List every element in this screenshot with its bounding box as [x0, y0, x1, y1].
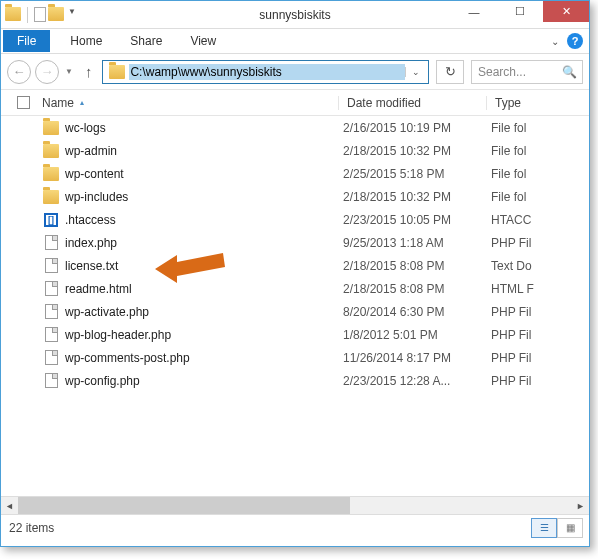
file-date: 2/18/2015 8:08 PM	[343, 282, 491, 296]
file-date: 1/8/2012 5:01 PM	[343, 328, 491, 342]
help-icon[interactable]: ?	[567, 33, 583, 49]
file-name: wp-activate.php	[65, 305, 343, 319]
window-icon[interactable]	[5, 7, 21, 21]
file-date: 11/26/2014 8:17 PM	[343, 351, 491, 365]
file-type: PHP Fil	[491, 351, 531, 365]
file-icon	[45, 281, 58, 296]
search-input[interactable]: Search... 🔍	[471, 60, 583, 84]
file-name: readme.html	[65, 282, 343, 296]
file-list: wc-logs2/16/2015 10:19 PMFile folwp-admi…	[1, 116, 589, 496]
column-name[interactable]: Name▴	[42, 96, 338, 110]
folder-icon	[43, 190, 59, 204]
file-name: index.php	[65, 236, 343, 250]
file-date: 2/16/2015 10:19 PM	[343, 121, 491, 135]
file-icon	[45, 258, 58, 273]
file-name: wp-comments-post.php	[65, 351, 343, 365]
scroll-thumb[interactable]	[18, 497, 350, 514]
tab-home[interactable]: Home	[56, 30, 116, 52]
ribbon-expand-icon[interactable]: ⌄	[551, 36, 559, 47]
table-row[interactable]: index.php9/25/2013 1:18 AMPHP Fil	[1, 231, 589, 254]
minimize-button[interactable]: —	[451, 1, 497, 22]
tab-file[interactable]: File	[3, 30, 50, 52]
file-date: 2/18/2015 10:32 PM	[343, 144, 491, 158]
file-type: PHP Fil	[491, 236, 531, 250]
file-date: 2/25/2015 5:18 PM	[343, 167, 491, 181]
window-title: sunnysbiskits	[259, 8, 330, 22]
up-button[interactable]: ↑	[79, 63, 99, 80]
ribbon: File Home Share View ⌄ ?	[1, 29, 589, 54]
table-row[interactable]: wp-config.php2/23/2015 12:28 A...PHP Fil	[1, 369, 589, 392]
table-row[interactable]: readme.html2/18/2015 8:08 PMHTML F	[1, 277, 589, 300]
folder-icon	[43, 121, 59, 135]
sort-indicator-icon: ▴	[80, 98, 84, 107]
qat-newfolder-icon[interactable]	[48, 7, 64, 21]
qat-dropdown-icon[interactable]: ▼	[68, 7, 76, 23]
file-date: 2/18/2015 10:32 PM	[343, 190, 491, 204]
address-bar[interactable]: ⌄	[102, 60, 429, 84]
forward-button[interactable]: →	[35, 60, 59, 84]
details-view-button[interactable]: ☰	[531, 518, 557, 538]
address-dropdown-icon[interactable]: ⌄	[405, 67, 426, 77]
file-name: wp-includes	[65, 190, 343, 204]
file-date: 2/23/2015 12:28 A...	[343, 374, 491, 388]
file-type: File fol	[491, 190, 526, 204]
column-type[interactable]: Type	[486, 96, 589, 110]
file-date: 8/20/2014 6:30 PM	[343, 305, 491, 319]
status-bar: 22 items ☰ ▦	[1, 514, 589, 540]
file-name: wp-admin	[65, 144, 343, 158]
folder-icon	[43, 144, 59, 158]
address-folder-icon	[109, 65, 125, 79]
file-type: Text Do	[491, 259, 532, 273]
table-row[interactable]: license.txt2/18/2015 8:08 PMText Do	[1, 254, 589, 277]
close-button[interactable]: ✕	[543, 1, 589, 22]
file-type: PHP Fil	[491, 305, 531, 319]
scroll-left-icon[interactable]: ◄	[1, 497, 18, 514]
history-dropdown-icon[interactable]: ▼	[65, 67, 73, 76]
back-button[interactable]: ←	[7, 60, 31, 84]
column-date[interactable]: Date modified	[338, 96, 486, 110]
table-row[interactable]: wp-blog-header.php1/8/2012 5:01 PMPHP Fi…	[1, 323, 589, 346]
file-type: File fol	[491, 144, 526, 158]
address-input[interactable]	[129, 64, 405, 80]
file-date: 2/18/2015 8:08 PM	[343, 259, 491, 273]
item-count: 22 items	[9, 521, 54, 535]
file-type: HTACC	[491, 213, 531, 227]
file-icon	[45, 373, 58, 388]
refresh-button[interactable]: ↻	[436, 60, 464, 84]
file-name: wp-content	[65, 167, 343, 181]
search-icon: 🔍	[562, 65, 577, 79]
tab-share[interactable]: Share	[116, 30, 176, 52]
file-icon	[45, 327, 58, 342]
select-all-checkbox[interactable]	[17, 96, 30, 109]
file-icon	[45, 304, 58, 319]
table-row[interactable]: wp-admin2/18/2015 10:32 PMFile fol	[1, 139, 589, 162]
tab-view[interactable]: View	[176, 30, 230, 52]
file-name: wp-blog-header.php	[65, 328, 343, 342]
file-name: license.txt	[65, 259, 343, 273]
scroll-right-icon[interactable]: ►	[572, 497, 589, 514]
table-row[interactable]: wp-activate.php8/20/2014 6:30 PMPHP Fil	[1, 300, 589, 323]
file-date: 9/25/2013 1:18 AM	[343, 236, 491, 250]
file-type: PHP Fil	[491, 374, 531, 388]
file-icon	[45, 235, 58, 250]
table-row[interactable]: wp-comments-post.php11/26/2014 8:17 PMPH…	[1, 346, 589, 369]
maximize-button[interactable]: ☐	[497, 1, 543, 22]
folder-icon	[43, 167, 59, 181]
table-row[interactable]: wp-content2/25/2015 5:18 PMFile fol	[1, 162, 589, 185]
file-type: File fol	[491, 121, 526, 135]
htaccess-icon: []	[44, 213, 58, 227]
search-placeholder: Search...	[478, 65, 526, 79]
column-headers: Name▴ Date modified Type	[1, 90, 589, 116]
table-row[interactable]: wp-includes2/18/2015 10:32 PMFile fol	[1, 185, 589, 208]
table-row[interactable]: wc-logs2/16/2015 10:19 PMFile fol	[1, 116, 589, 139]
file-name: .htaccess	[65, 213, 343, 227]
file-date: 2/23/2015 10:05 PM	[343, 213, 491, 227]
explorer-window: ▼ sunnysbiskits — ☐ ✕ File Home Share Vi…	[0, 0, 590, 547]
file-name: wp-config.php	[65, 374, 343, 388]
qat-properties-icon[interactable]	[34, 7, 46, 22]
table-row[interactable]: [].htaccess2/23/2015 10:05 PMHTACC	[1, 208, 589, 231]
icons-view-button[interactable]: ▦	[557, 518, 583, 538]
horizontal-scrollbar[interactable]: ◄ ►	[1, 496, 589, 514]
file-type: File fol	[491, 167, 526, 181]
file-type: HTML F	[491, 282, 534, 296]
